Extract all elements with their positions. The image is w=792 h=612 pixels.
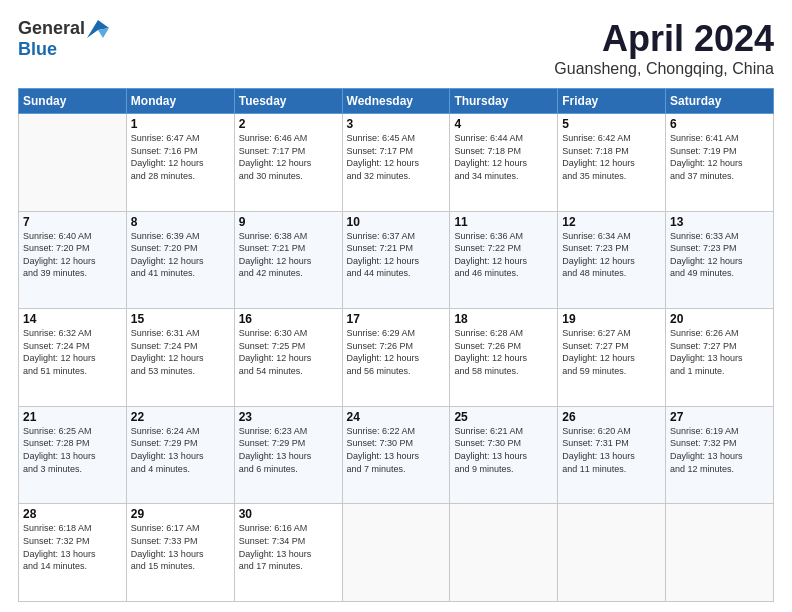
day-number: 18 (454, 312, 553, 326)
calendar-cell: 18Sunrise: 6:28 AM Sunset: 7:26 PM Dayli… (450, 309, 558, 407)
day-info: Sunrise: 6:22 AM Sunset: 7:30 PM Dayligh… (347, 425, 446, 475)
month-title: April 2024 (554, 18, 774, 60)
day-number: 17 (347, 312, 446, 326)
calendar-day-header: Tuesday (234, 89, 342, 114)
calendar-day-header: Saturday (666, 89, 774, 114)
calendar-cell: 3Sunrise: 6:45 AM Sunset: 7:17 PM Daylig… (342, 114, 450, 212)
logo-general-text: General (18, 18, 85, 39)
day-number: 3 (347, 117, 446, 131)
day-info: Sunrise: 6:23 AM Sunset: 7:29 PM Dayligh… (239, 425, 338, 475)
calendar-week-row: 28Sunrise: 6:18 AM Sunset: 7:32 PM Dayli… (19, 504, 774, 602)
day-number: 7 (23, 215, 122, 229)
calendar-cell: 21Sunrise: 6:25 AM Sunset: 7:28 PM Dayli… (19, 406, 127, 504)
calendar-header-row: SundayMondayTuesdayWednesdayThursdayFrid… (19, 89, 774, 114)
day-info: Sunrise: 6:24 AM Sunset: 7:29 PM Dayligh… (131, 425, 230, 475)
day-info: Sunrise: 6:20 AM Sunset: 7:31 PM Dayligh… (562, 425, 661, 475)
location: Guansheng, Chongqing, China (554, 60, 774, 78)
day-number: 22 (131, 410, 230, 424)
day-number: 21 (23, 410, 122, 424)
day-number: 23 (239, 410, 338, 424)
day-number: 9 (239, 215, 338, 229)
day-info: Sunrise: 6:29 AM Sunset: 7:26 PM Dayligh… (347, 327, 446, 377)
day-number: 2 (239, 117, 338, 131)
day-info: Sunrise: 6:17 AM Sunset: 7:33 PM Dayligh… (131, 522, 230, 572)
calendar-cell: 16Sunrise: 6:30 AM Sunset: 7:25 PM Dayli… (234, 309, 342, 407)
day-info: Sunrise: 6:19 AM Sunset: 7:32 PM Dayligh… (670, 425, 769, 475)
day-number: 13 (670, 215, 769, 229)
calendar-cell: 7Sunrise: 6:40 AM Sunset: 7:20 PM Daylig… (19, 211, 127, 309)
day-number: 8 (131, 215, 230, 229)
calendar-day-header: Wednesday (342, 89, 450, 114)
day-info: Sunrise: 6:25 AM Sunset: 7:28 PM Dayligh… (23, 425, 122, 475)
header: General Blue April 2024 Guansheng, Chong… (18, 18, 774, 78)
calendar-cell: 6Sunrise: 6:41 AM Sunset: 7:19 PM Daylig… (666, 114, 774, 212)
day-number: 14 (23, 312, 122, 326)
day-number: 19 (562, 312, 661, 326)
day-number: 12 (562, 215, 661, 229)
day-number: 16 (239, 312, 338, 326)
calendar-week-row: 1Sunrise: 6:47 AM Sunset: 7:16 PM Daylig… (19, 114, 774, 212)
day-info: Sunrise: 6:32 AM Sunset: 7:24 PM Dayligh… (23, 327, 122, 377)
day-number: 26 (562, 410, 661, 424)
calendar-table: SundayMondayTuesdayWednesdayThursdayFrid… (18, 88, 774, 602)
calendar-cell: 28Sunrise: 6:18 AM Sunset: 7:32 PM Dayli… (19, 504, 127, 602)
calendar-cell (558, 504, 666, 602)
calendar-day-header: Thursday (450, 89, 558, 114)
calendar-cell: 10Sunrise: 6:37 AM Sunset: 7:21 PM Dayli… (342, 211, 450, 309)
day-info: Sunrise: 6:21 AM Sunset: 7:30 PM Dayligh… (454, 425, 553, 475)
day-info: Sunrise: 6:27 AM Sunset: 7:27 PM Dayligh… (562, 327, 661, 377)
calendar-cell: 13Sunrise: 6:33 AM Sunset: 7:23 PM Dayli… (666, 211, 774, 309)
calendar-cell: 8Sunrise: 6:39 AM Sunset: 7:20 PM Daylig… (126, 211, 234, 309)
day-info: Sunrise: 6:40 AM Sunset: 7:20 PM Dayligh… (23, 230, 122, 280)
calendar-cell: 25Sunrise: 6:21 AM Sunset: 7:30 PM Dayli… (450, 406, 558, 504)
calendar-week-row: 21Sunrise: 6:25 AM Sunset: 7:28 PM Dayli… (19, 406, 774, 504)
day-info: Sunrise: 6:30 AM Sunset: 7:25 PM Dayligh… (239, 327, 338, 377)
day-number: 4 (454, 117, 553, 131)
calendar-cell: 9Sunrise: 6:38 AM Sunset: 7:21 PM Daylig… (234, 211, 342, 309)
calendar-cell: 17Sunrise: 6:29 AM Sunset: 7:26 PM Dayli… (342, 309, 450, 407)
calendar-cell: 30Sunrise: 6:16 AM Sunset: 7:34 PM Dayli… (234, 504, 342, 602)
day-info: Sunrise: 6:44 AM Sunset: 7:18 PM Dayligh… (454, 132, 553, 182)
day-info: Sunrise: 6:33 AM Sunset: 7:23 PM Dayligh… (670, 230, 769, 280)
calendar-week-row: 14Sunrise: 6:32 AM Sunset: 7:24 PM Dayli… (19, 309, 774, 407)
logo-blue-text: Blue (18, 39, 57, 60)
page: General Blue April 2024 Guansheng, Chong… (0, 0, 792, 612)
calendar-day-header: Friday (558, 89, 666, 114)
day-number: 1 (131, 117, 230, 131)
day-info: Sunrise: 6:16 AM Sunset: 7:34 PM Dayligh… (239, 522, 338, 572)
day-number: 24 (347, 410, 446, 424)
logo-bird-icon (87, 20, 109, 38)
day-number: 6 (670, 117, 769, 131)
calendar-cell: 19Sunrise: 6:27 AM Sunset: 7:27 PM Dayli… (558, 309, 666, 407)
calendar-cell (666, 504, 774, 602)
day-info: Sunrise: 6:47 AM Sunset: 7:16 PM Dayligh… (131, 132, 230, 182)
calendar-cell: 14Sunrise: 6:32 AM Sunset: 7:24 PM Dayli… (19, 309, 127, 407)
day-number: 11 (454, 215, 553, 229)
calendar-cell: 5Sunrise: 6:42 AM Sunset: 7:18 PM Daylig… (558, 114, 666, 212)
calendar-cell: 1Sunrise: 6:47 AM Sunset: 7:16 PM Daylig… (126, 114, 234, 212)
day-number: 28 (23, 507, 122, 521)
day-number: 30 (239, 507, 338, 521)
day-number: 27 (670, 410, 769, 424)
calendar-cell: 4Sunrise: 6:44 AM Sunset: 7:18 PM Daylig… (450, 114, 558, 212)
day-info: Sunrise: 6:28 AM Sunset: 7:26 PM Dayligh… (454, 327, 553, 377)
day-info: Sunrise: 6:45 AM Sunset: 7:17 PM Dayligh… (347, 132, 446, 182)
calendar-cell: 12Sunrise: 6:34 AM Sunset: 7:23 PM Dayli… (558, 211, 666, 309)
day-number: 20 (670, 312, 769, 326)
calendar-cell (450, 504, 558, 602)
logo: General Blue (18, 18, 109, 60)
day-number: 5 (562, 117, 661, 131)
day-info: Sunrise: 6:39 AM Sunset: 7:20 PM Dayligh… (131, 230, 230, 280)
calendar-day-header: Monday (126, 89, 234, 114)
calendar-cell (342, 504, 450, 602)
day-info: Sunrise: 6:18 AM Sunset: 7:32 PM Dayligh… (23, 522, 122, 572)
calendar-week-row: 7Sunrise: 6:40 AM Sunset: 7:20 PM Daylig… (19, 211, 774, 309)
calendar-cell: 22Sunrise: 6:24 AM Sunset: 7:29 PM Dayli… (126, 406, 234, 504)
calendar-cell: 23Sunrise: 6:23 AM Sunset: 7:29 PM Dayli… (234, 406, 342, 504)
title-block: April 2024 Guansheng, Chongqing, China (554, 18, 774, 78)
day-info: Sunrise: 6:37 AM Sunset: 7:21 PM Dayligh… (347, 230, 446, 280)
day-info: Sunrise: 6:31 AM Sunset: 7:24 PM Dayligh… (131, 327, 230, 377)
calendar-cell: 20Sunrise: 6:26 AM Sunset: 7:27 PM Dayli… (666, 309, 774, 407)
day-info: Sunrise: 6:36 AM Sunset: 7:22 PM Dayligh… (454, 230, 553, 280)
day-info: Sunrise: 6:42 AM Sunset: 7:18 PM Dayligh… (562, 132, 661, 182)
